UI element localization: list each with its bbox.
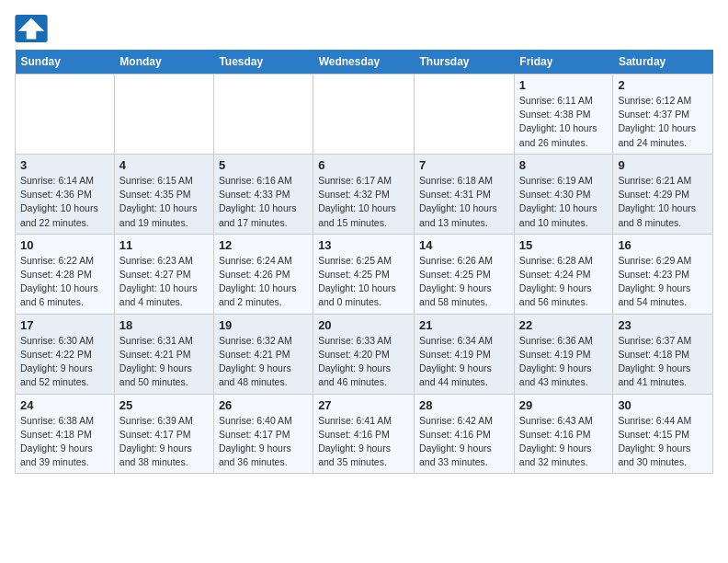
calendar-cell: 7Sunrise: 6:18 AM Sunset: 4:31 PM Daylig… — [415, 154, 515, 234]
day-detail: Sunrise: 6:41 AM Sunset: 4:16 PM Dayligh… — [318, 414, 409, 470]
day-number: 16 — [618, 238, 708, 252]
calendar-cell: 1Sunrise: 6:11 AM Sunset: 4:38 PM Daylig… — [514, 75, 613, 155]
day-detail: Sunrise: 6:29 AM Sunset: 4:23 PM Dayligh… — [618, 254, 708, 310]
day-number: 6 — [318, 158, 409, 172]
calendar-cell — [16, 75, 115, 155]
day-number: 2 — [618, 78, 708, 92]
day-number: 29 — [519, 398, 609, 412]
day-detail: Sunrise: 6:31 AM Sunset: 4:21 PM Dayligh… — [119, 334, 209, 390]
calendar-cell: 25Sunrise: 6:39 AM Sunset: 4:17 PM Dayli… — [114, 394, 213, 474]
day-number: 9 — [618, 158, 708, 172]
calendar-cell: 17Sunrise: 6:30 AM Sunset: 4:22 PM Dayli… — [16, 314, 115, 394]
day-detail: Sunrise: 6:43 AM Sunset: 4:16 PM Dayligh… — [519, 414, 609, 470]
day-detail: Sunrise: 6:33 AM Sunset: 4:20 PM Dayligh… — [318, 334, 409, 390]
day-detail: Sunrise: 6:26 AM Sunset: 4:25 PM Dayligh… — [419, 254, 509, 310]
calendar-cell: 12Sunrise: 6:24 AM Sunset: 4:26 PM Dayli… — [213, 234, 313, 314]
day-number: 12 — [219, 238, 308, 252]
calendar-cell: 30Sunrise: 6:44 AM Sunset: 4:15 PM Dayli… — [613, 394, 713, 474]
calendar-week-2: 3Sunrise: 6:14 AM Sunset: 4:36 PM Daylig… — [16, 154, 713, 234]
day-number: 22 — [519, 318, 609, 332]
calendar-cell — [114, 75, 213, 155]
day-detail: Sunrise: 6:14 AM Sunset: 4:36 PM Dayligh… — [20, 174, 109, 230]
calendar-cell: 5Sunrise: 6:16 AM Sunset: 4:33 PM Daylig… — [213, 154, 313, 234]
day-detail: Sunrise: 6:36 AM Sunset: 4:19 PM Dayligh… — [519, 334, 609, 390]
weekday-header-tuesday: Tuesday — [213, 50, 313, 75]
day-detail: Sunrise: 6:42 AM Sunset: 4:16 PM Dayligh… — [419, 414, 509, 470]
calendar-cell: 24Sunrise: 6:38 AM Sunset: 4:18 PM Dayli… — [16, 394, 115, 474]
calendar-cell: 6Sunrise: 6:17 AM Sunset: 4:32 PM Daylig… — [313, 154, 415, 234]
day-detail: Sunrise: 6:22 AM Sunset: 4:28 PM Dayligh… — [20, 254, 109, 310]
calendar-week-1: 1Sunrise: 6:11 AM Sunset: 4:38 PM Daylig… — [16, 75, 713, 155]
day-number: 13 — [318, 238, 409, 252]
calendar-body: 1Sunrise: 6:11 AM Sunset: 4:38 PM Daylig… — [16, 75, 713, 474]
day-detail: Sunrise: 6:25 AM Sunset: 4:25 PM Dayligh… — [318, 254, 409, 310]
calendar-header: SundayMondayTuesdayWednesdayThursdayFrid… — [16, 50, 713, 75]
calendar-table: SundayMondayTuesdayWednesdayThursdayFrid… — [15, 50, 713, 474]
calendar-cell: 18Sunrise: 6:31 AM Sunset: 4:21 PM Dayli… — [114, 314, 213, 394]
calendar-cell: 21Sunrise: 6:34 AM Sunset: 4:19 PM Dayli… — [415, 314, 515, 394]
weekday-header-friday: Friday — [514, 50, 613, 75]
day-number: 19 — [219, 318, 308, 332]
calendar-cell — [313, 75, 415, 155]
calendar-cell: 9Sunrise: 6:21 AM Sunset: 4:29 PM Daylig… — [613, 154, 713, 234]
calendar-cell: 23Sunrise: 6:37 AM Sunset: 4:18 PM Dayli… — [613, 314, 713, 394]
day-detail: Sunrise: 6:38 AM Sunset: 4:18 PM Dayligh… — [20, 414, 109, 470]
day-detail: Sunrise: 6:23 AM Sunset: 4:27 PM Dayligh… — [119, 254, 209, 310]
calendar-cell: 13Sunrise: 6:25 AM Sunset: 4:25 PM Dayli… — [313, 234, 415, 314]
day-detail: Sunrise: 6:15 AM Sunset: 4:35 PM Dayligh… — [119, 174, 209, 230]
calendar-cell: 29Sunrise: 6:43 AM Sunset: 4:16 PM Dayli… — [514, 394, 613, 474]
day-detail: Sunrise: 6:30 AM Sunset: 4:22 PM Dayligh… — [20, 334, 109, 390]
day-number: 14 — [419, 238, 509, 252]
day-detail: Sunrise: 6:19 AM Sunset: 4:30 PM Dayligh… — [519, 174, 609, 230]
day-detail: Sunrise: 6:34 AM Sunset: 4:19 PM Dayligh… — [419, 334, 509, 390]
day-detail: Sunrise: 6:28 AM Sunset: 4:24 PM Dayligh… — [519, 254, 609, 310]
day-number: 3 — [20, 158, 109, 172]
calendar-cell: 27Sunrise: 6:41 AM Sunset: 4:16 PM Dayli… — [313, 394, 415, 474]
day-number: 8 — [519, 158, 609, 172]
calendar-cell: 16Sunrise: 6:29 AM Sunset: 4:23 PM Dayli… — [613, 234, 713, 314]
day-detail: Sunrise: 6:40 AM Sunset: 4:17 PM Dayligh… — [219, 414, 308, 470]
calendar-cell — [213, 75, 313, 155]
header-area — [15, 15, 713, 42]
day-detail: Sunrise: 6:17 AM Sunset: 4:32 PM Dayligh… — [318, 174, 409, 230]
day-number: 17 — [20, 318, 109, 332]
day-number: 25 — [119, 398, 209, 412]
calendar-week-5: 24Sunrise: 6:38 AM Sunset: 4:18 PM Dayli… — [16, 394, 713, 474]
day-number: 4 — [119, 158, 209, 172]
day-number: 28 — [419, 398, 509, 412]
day-detail: Sunrise: 6:12 AM Sunset: 4:37 PM Dayligh… — [618, 94, 708, 150]
calendar-cell: 28Sunrise: 6:42 AM Sunset: 4:16 PM Dayli… — [415, 394, 515, 474]
weekday-header-thursday: Thursday — [415, 50, 515, 75]
calendar-cell: 2Sunrise: 6:12 AM Sunset: 4:37 PM Daylig… — [613, 75, 713, 155]
day-number: 26 — [219, 398, 308, 412]
day-number: 24 — [20, 398, 109, 412]
day-detail: Sunrise: 6:39 AM Sunset: 4:17 PM Dayligh… — [119, 414, 209, 470]
day-number: 10 — [20, 238, 109, 252]
calendar-cell — [415, 75, 515, 155]
calendar-week-4: 17Sunrise: 6:30 AM Sunset: 4:22 PM Dayli… — [16, 314, 713, 394]
logo — [15, 15, 51, 42]
day-number: 1 — [519, 78, 609, 92]
day-number: 18 — [119, 318, 209, 332]
weekday-header-sunday: Sunday — [16, 50, 115, 75]
day-number: 20 — [318, 318, 409, 332]
calendar-cell: 20Sunrise: 6:33 AM Sunset: 4:20 PM Dayli… — [313, 314, 415, 394]
day-number: 27 — [318, 398, 409, 412]
calendar-cell: 19Sunrise: 6:32 AM Sunset: 4:21 PM Dayli… — [213, 314, 313, 394]
calendar-cell: 22Sunrise: 6:36 AM Sunset: 4:19 PM Dayli… — [514, 314, 613, 394]
day-number: 11 — [119, 238, 209, 252]
day-detail: Sunrise: 6:44 AM Sunset: 4:15 PM Dayligh… — [618, 414, 708, 470]
day-number: 30 — [618, 398, 708, 412]
day-detail: Sunrise: 6:11 AM Sunset: 4:38 PM Dayligh… — [519, 94, 609, 150]
weekday-header-saturday: Saturday — [613, 50, 713, 75]
calendar-cell: 4Sunrise: 6:15 AM Sunset: 4:35 PM Daylig… — [114, 154, 213, 234]
calendar-cell: 3Sunrise: 6:14 AM Sunset: 4:36 PM Daylig… — [16, 154, 115, 234]
calendar-cell: 26Sunrise: 6:40 AM Sunset: 4:17 PM Dayli… — [213, 394, 313, 474]
day-detail: Sunrise: 6:24 AM Sunset: 4:26 PM Dayligh… — [219, 254, 308, 310]
weekday-header-wednesday: Wednesday — [313, 50, 415, 75]
day-detail: Sunrise: 6:18 AM Sunset: 4:31 PM Dayligh… — [419, 174, 509, 230]
day-number: 15 — [519, 238, 609, 252]
weekday-header-row: SundayMondayTuesdayWednesdayThursdayFrid… — [16, 50, 713, 75]
day-detail: Sunrise: 6:37 AM Sunset: 4:18 PM Dayligh… — [618, 334, 708, 390]
weekday-header-monday: Monday — [114, 50, 213, 75]
